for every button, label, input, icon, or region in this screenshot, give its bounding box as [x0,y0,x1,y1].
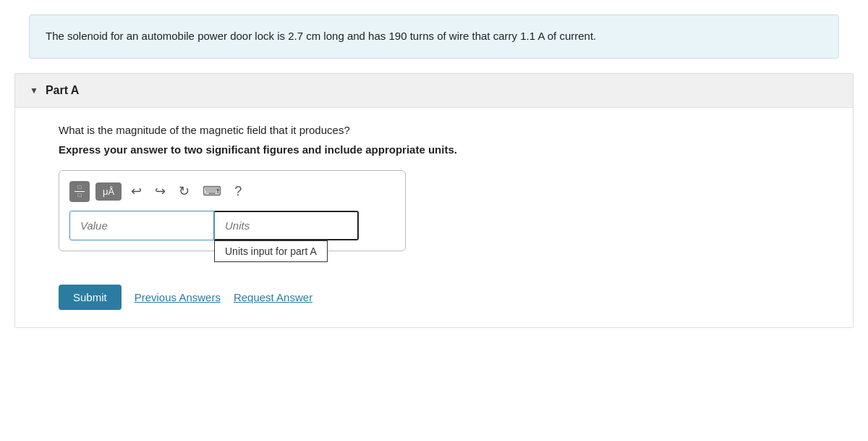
help-button[interactable]: ? [231,182,245,201]
refresh-icon: ↻ [179,184,190,198]
actions-row: Submit Previous Answers Request Answer [59,285,809,310]
toolbar: □ □ μÅ ↩ ↪ ↻ [69,181,395,202]
part-a-title: Part A [46,84,80,97]
instruction-text: Express your answer to two significant f… [59,143,809,156]
part-a-body: What is the magnitude of the magnetic fi… [15,108,853,327]
undo-button[interactable]: ↩ [127,181,145,201]
mu-button[interactable]: μÅ [95,182,122,201]
submit-button[interactable]: Submit [59,285,122,310]
mu-label: μÅ [103,186,114,197]
answer-box: □ □ μÅ ↩ ↪ ↻ [59,170,406,251]
part-a-section: ▼ Part A What is the magnitude of the ma… [14,73,854,328]
redo-button[interactable]: ↪ [151,181,169,201]
fraction-button[interactable]: □ □ [69,181,90,202]
keyboard-button[interactable]: ⌨ [199,181,225,201]
undo-icon: ↩ [131,184,142,198]
question-mark-icon: ? [234,184,242,198]
input-row [69,211,395,240]
problem-statement: The solenoid for an automobile power doo… [29,14,839,59]
question-text: What is the magnitude of the magnetic fi… [59,124,809,136]
units-popup: Units input for part A [214,240,328,262]
request-answer-button[interactable]: Request Answer [234,291,312,303]
fraction-icon: □ □ [75,185,85,198]
problem-text: The solenoid for an automobile power doo… [46,30,596,42]
chevron-down-icon: ▼ [30,85,38,96]
part-a-header: ▼ Part A [15,74,853,108]
refresh-button[interactable]: ↻ [175,181,193,201]
redo-icon: ↪ [155,184,166,198]
previous-answers-button[interactable]: Previous Answers [135,291,221,303]
value-input[interactable] [69,211,214,240]
keyboard-icon: ⌨ [203,184,221,198]
units-input[interactable] [214,211,359,240]
